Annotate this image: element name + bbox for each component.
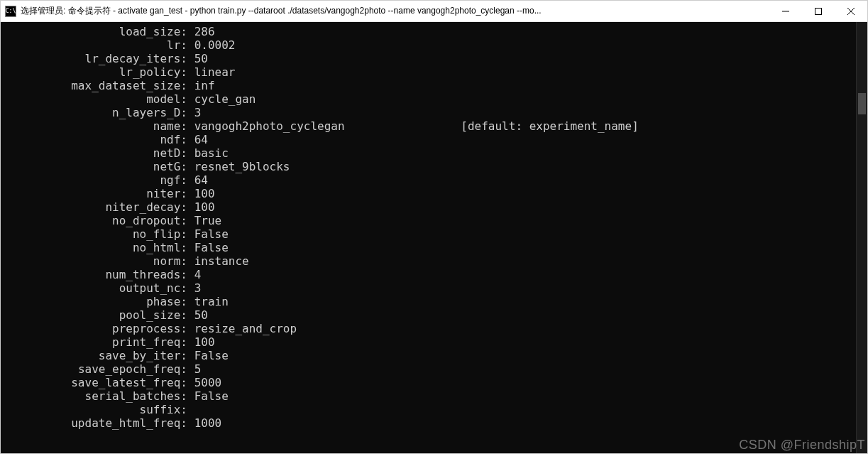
param-row: serial_batches: False: [6, 389, 850, 403]
param-value: 100: [187, 200, 215, 214]
param-key: num_threads:: [6, 268, 187, 281]
param-value: 50: [187, 52, 208, 65]
param-key: print_freq:: [6, 335, 187, 349]
param-row: update_html_freq: 1000: [6, 416, 850, 430]
param-key: suffix:: [6, 403, 187, 416]
param-row: num_threads: 4: [6, 268, 850, 281]
param-key: lr_policy:: [6, 65, 187, 79]
param-row: netG: resnet_9blocks: [6, 160, 850, 173]
param-row: lr_policy: linear: [6, 65, 850, 79]
maximize-icon: [815, 8, 822, 15]
param-key: pool_size:: [6, 308, 187, 322]
param-key: max_dataset_size:: [6, 79, 187, 92]
param-key: phase:: [6, 295, 187, 308]
param-row: n_layers_D: 3: [6, 106, 850, 119]
param-key: serial_batches:: [6, 389, 187, 403]
param-value: [187, 403, 194, 416]
param-row: no_dropout: True: [6, 214, 850, 227]
param-key: name:: [6, 119, 187, 133]
param-key: update_html_freq:: [6, 416, 187, 430]
param-key: no_dropout:: [6, 214, 187, 227]
param-key: preprocess:: [6, 322, 187, 335]
scrollbar-track[interactable]: [856, 22, 867, 453]
maximize-button[interactable]: [802, 1, 835, 21]
param-key: output_nc:: [6, 281, 187, 295]
param-value: 64: [187, 133, 208, 146]
param-key: norm:: [6, 254, 187, 268]
param-value: linear: [187, 65, 235, 79]
param-value: 3: [187, 281, 201, 295]
param-value: 286: [187, 25, 215, 38]
param-row: ndf: 64: [6, 133, 850, 146]
param-row: norm: instance: [6, 254, 850, 268]
param-value: vangogh2photo_cyclegan [default: experim…: [187, 119, 639, 133]
param-row: max_dataset_size: inf: [6, 79, 850, 92]
param-row: niter: 100: [6, 187, 850, 200]
param-key: lr:: [6, 38, 187, 52]
minimize-button[interactable]: [769, 1, 802, 21]
param-key: niter_decay:: [6, 200, 187, 214]
param-row: output_nc: 3: [6, 281, 850, 295]
param-row: ngf: 64: [6, 173, 850, 187]
param-row: load_size: 286: [6, 25, 850, 38]
param-key: no_flip:: [6, 227, 187, 241]
param-row: phase: train: [6, 295, 850, 308]
param-row: preprocess: resize_and_crop: [6, 322, 850, 335]
window-controls: [769, 1, 867, 21]
param-row: lr_decay_iters: 50: [6, 52, 850, 65]
terminal-area: load_size: 286lr: 0.0002lr_decay_iters: …: [1, 22, 867, 453]
terminal-output[interactable]: load_size: 286lr: 0.0002lr_decay_iters: …: [1, 22, 856, 453]
param-key: lr_decay_iters:: [6, 52, 187, 65]
param-value: 3: [187, 106, 201, 119]
param-value: False: [187, 349, 229, 362]
param-value: cycle_gan: [187, 92, 256, 106]
param-value: train: [187, 295, 229, 308]
scrollbar-thumb[interactable]: [858, 93, 866, 114]
param-key: netG:: [6, 160, 187, 173]
param-key: netD:: [6, 146, 187, 160]
param-value: True: [187, 214, 221, 227]
param-value: False: [187, 227, 229, 241]
param-row: no_html: False: [6, 241, 850, 254]
param-value: instance: [187, 254, 249, 268]
param-value: inf: [187, 79, 215, 92]
window-title: 选择管理员: 命令提示符 - activate gan_test - pytho…: [21, 5, 769, 17]
close-button[interactable]: [835, 1, 867, 21]
param-value: 64: [187, 173, 208, 187]
param-key: save_epoch_freq:: [6, 362, 187, 376]
param-key: save_by_iter:: [6, 349, 187, 362]
param-key: ndf:: [6, 133, 187, 146]
param-value: 100: [187, 335, 215, 349]
param-row: print_freq: 100: [6, 335, 850, 349]
param-value: 50: [187, 308, 208, 322]
param-row: name: vangogh2photo_cyclegan [default: e…: [6, 119, 850, 133]
app-icon: C:\: [5, 6, 16, 17]
param-value: 5: [187, 362, 201, 376]
param-key: n_layers_D:: [6, 106, 187, 119]
param-row: save_by_iter: False: [6, 349, 850, 362]
param-key: no_html:: [6, 241, 187, 254]
param-row: save_latest_freq: 5000: [6, 376, 850, 389]
command-prompt-window: C:\ 选择管理员: 命令提示符 - activate gan_test - p…: [0, 0, 868, 454]
param-row: suffix:: [6, 403, 850, 416]
param-value: resize_and_crop: [187, 322, 297, 335]
param-value: 5000: [187, 376, 221, 389]
param-row: netD: basic: [6, 146, 850, 160]
param-row: model: cycle_gan: [6, 92, 850, 106]
param-key: niter:: [6, 187, 187, 200]
svg-rect-1: [815, 8, 822, 14]
param-value: False: [187, 389, 229, 403]
close-icon: [847, 8, 855, 15]
titlebar[interactable]: C:\ 选择管理员: 命令提示符 - activate gan_test - p…: [1, 1, 867, 22]
param-value: resnet_9blocks: [187, 160, 290, 173]
param-key: load_size:: [6, 25, 187, 38]
minimize-icon: [782, 8, 789, 15]
param-value: 100: [187, 187, 215, 200]
param-row: save_epoch_freq: 5: [6, 362, 850, 376]
param-row: niter_decay: 100: [6, 200, 850, 214]
param-value: 4: [187, 268, 201, 281]
param-value: basic: [187, 146, 229, 160]
param-row: pool_size: 50: [6, 308, 850, 322]
param-key: model:: [6, 92, 187, 106]
param-value: False: [187, 241, 229, 254]
